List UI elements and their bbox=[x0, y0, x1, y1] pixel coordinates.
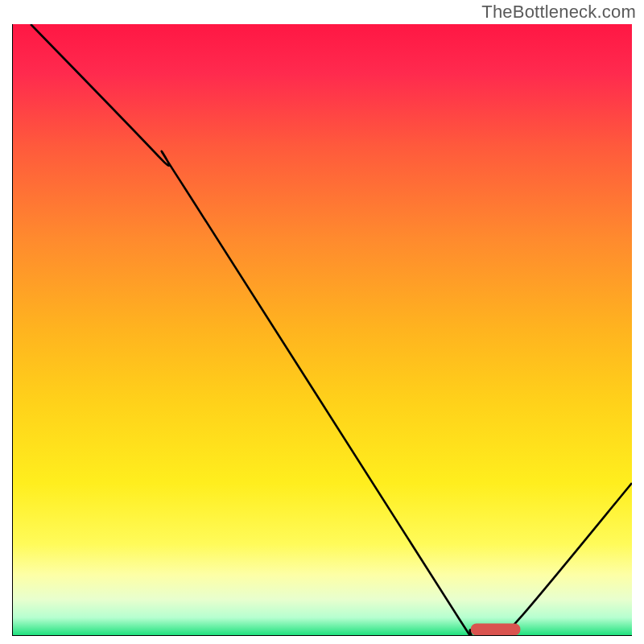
chart-svg bbox=[12, 24, 632, 636]
chart-container: TheBottleneck.com bbox=[0, 0, 644, 644]
optimal-range-marker bbox=[471, 623, 521, 635]
gradient-background bbox=[12, 24, 632, 636]
plot-area bbox=[12, 24, 632, 636]
watermark-text: TheBottleneck.com bbox=[481, 2, 636, 23]
